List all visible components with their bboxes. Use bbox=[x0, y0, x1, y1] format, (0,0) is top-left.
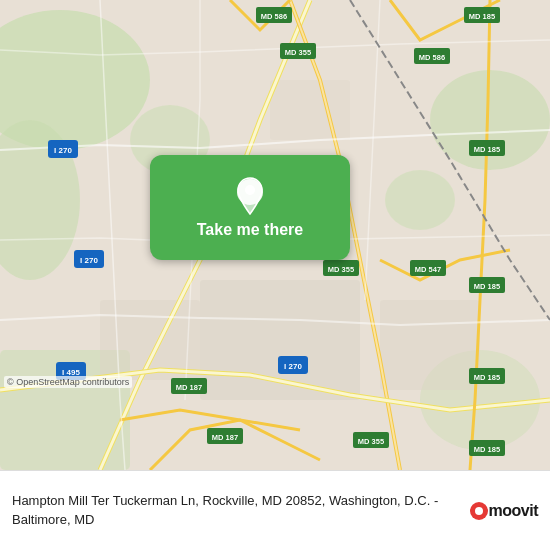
svg-text:MD 187: MD 187 bbox=[176, 383, 202, 392]
svg-text:MD 185: MD 185 bbox=[474, 445, 500, 454]
svg-text:MD 185: MD 185 bbox=[469, 12, 495, 21]
map-container: I 270 I 270 I 270 I 495 MD 586 MD 185 MD… bbox=[0, 0, 550, 470]
svg-text:MD 355: MD 355 bbox=[328, 265, 354, 274]
info-bar: Hampton Mill Ter Tuckerman Ln, Rockville… bbox=[0, 470, 550, 550]
moovit-logo: moovit bbox=[470, 502, 538, 520]
moovit-brand-text: moovit bbox=[489, 502, 538, 520]
svg-text:MD 586: MD 586 bbox=[419, 53, 445, 62]
svg-rect-10 bbox=[380, 300, 480, 390]
map-attribution: © OpenStreetMap contributors bbox=[4, 376, 132, 388]
moovit-logo-top: moovit bbox=[470, 502, 538, 520]
svg-text:MD 185: MD 185 bbox=[474, 145, 500, 154]
svg-text:MD 187: MD 187 bbox=[212, 433, 238, 442]
svg-text:I 270: I 270 bbox=[80, 256, 98, 265]
location-pin-icon bbox=[234, 177, 266, 215]
svg-text:MD 185: MD 185 bbox=[474, 373, 500, 382]
svg-text:I 270: I 270 bbox=[54, 146, 72, 155]
svg-text:MD 586: MD 586 bbox=[261, 12, 287, 21]
address-text: Hampton Mill Ter Tuckerman Ln, Rockville… bbox=[12, 492, 458, 528]
moovit-dot-icon bbox=[470, 502, 488, 520]
svg-text:MD 355: MD 355 bbox=[358, 437, 384, 446]
take-me-there-button[interactable]: Take me there bbox=[150, 155, 350, 260]
svg-text:I 270: I 270 bbox=[284, 362, 302, 371]
take-me-there-label: Take me there bbox=[197, 221, 303, 239]
svg-text:MD 547: MD 547 bbox=[415, 265, 441, 274]
svg-text:MD 185: MD 185 bbox=[474, 282, 500, 291]
svg-point-5 bbox=[385, 170, 455, 230]
svg-text:MD 355: MD 355 bbox=[285, 48, 311, 57]
svg-point-47 bbox=[245, 185, 255, 195]
svg-rect-11 bbox=[270, 80, 350, 140]
